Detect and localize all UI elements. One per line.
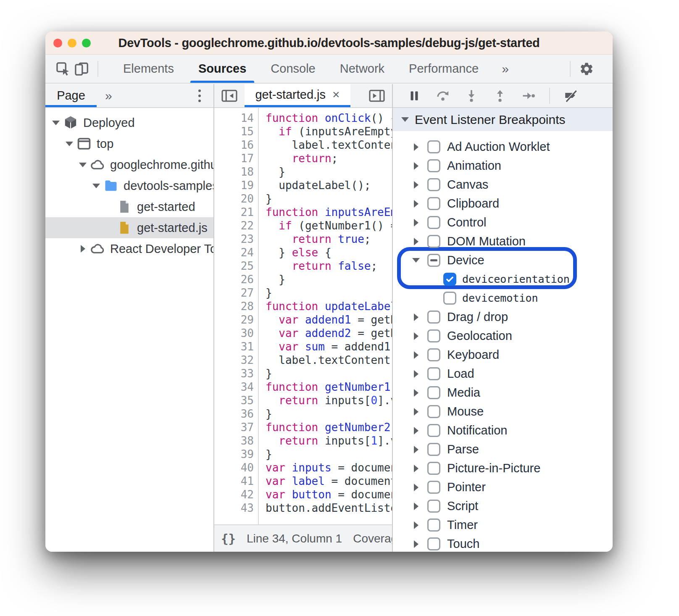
show-debugger-icon[interactable] — [362, 84, 392, 107]
checked-checkbox[interactable] — [443, 273, 456, 286]
line-number[interactable]: 16 — [214, 138, 254, 152]
code-line-23[interactable]: return true; — [266, 232, 392, 246]
unchecked-checkbox[interactable] — [427, 216, 440, 229]
step-icon[interactable] — [516, 87, 541, 105]
chevron-collapsed-icon[interactable] — [77, 245, 88, 253]
code-line-37[interactable]: function getNumber2() { — [266, 421, 392, 434]
chevron-collapsed-icon[interactable] — [411, 465, 421, 472]
hide-navigator-icon[interactable] — [214, 84, 245, 107]
code-line-33[interactable]: } — [266, 367, 392, 380]
unchecked-checkbox[interactable] — [427, 424, 440, 437]
code-line-19[interactable]: updateLabel(); — [266, 179, 392, 192]
tab-performance[interactable]: Performance — [397, 55, 491, 83]
coverage-status[interactable]: Coverage — [353, 532, 392, 545]
code-line-15[interactable]: if (inputsAreEmpty()) { — [266, 125, 392, 138]
code-line-42[interactable]: var button = document.querySelector( — [266, 488, 392, 501]
tree-item-googlechrome-github-io[interactable]: googlechrome.github.io — [45, 154, 213, 175]
breakpoint-row-geolocation[interactable]: Geolocation — [393, 326, 613, 345]
breakpoint-row-dom-mutation[interactable]: DOM Mutation — [393, 232, 613, 251]
line-number[interactable]: 28 — [214, 300, 254, 313]
tab-console[interactable]: Console — [258, 55, 327, 83]
breakpoint-row-deviceorientation[interactable]: deviceorientation — [393, 270, 613, 289]
code-line-16[interactable]: label.textContent = — [266, 138, 392, 152]
tree-item-devtools-samples[interactable]: devtools-samples — [45, 175, 213, 196]
code-line-24[interactable]: } else { — [266, 246, 392, 259]
code-line-43[interactable]: button.addEventListener('click' — [266, 501, 392, 515]
close-tab-icon[interactable]: × — [332, 87, 340, 102]
code-line-31[interactable]: var sum = addend1 + addend2; — [266, 340, 392, 353]
line-number[interactable]: 40 — [214, 461, 254, 474]
line-number[interactable]: 17 — [214, 152, 254, 165]
indeterminate-checkbox[interactable] — [427, 254, 440, 267]
chevron-collapsed-icon[interactable] — [411, 181, 421, 189]
unchecked-checkbox[interactable] — [427, 348, 440, 361]
chevron-collapsed-icon[interactable] — [411, 446, 421, 453]
line-number[interactable]: 14 — [214, 111, 254, 125]
line-number[interactable]: 33 — [214, 367, 254, 380]
unchecked-checkbox[interactable] — [427, 386, 440, 399]
chevron-collapsed-icon[interactable] — [411, 200, 421, 208]
chevron-collapsed-icon[interactable] — [411, 219, 421, 226]
code-line-40[interactable]: var inputs = document.querySelectorAll — [266, 461, 392, 474]
breakpoint-row-animation[interactable]: Animation — [393, 156, 613, 175]
line-number[interactable]: 20 — [214, 192, 254, 205]
line-number[interactable]: 26 — [214, 273, 254, 286]
chevron-collapsed-icon[interactable] — [411, 408, 421, 416]
breakpoint-row-touch[interactable]: Touch — [393, 534, 613, 552]
step-out-icon[interactable] — [488, 87, 512, 105]
code-line-36[interactable]: } — [266, 407, 392, 421]
line-number[interactable]: 24 — [214, 246, 254, 259]
device-toolbar-icon[interactable] — [72, 60, 91, 78]
chevron-expanded-icon[interactable] — [411, 258, 421, 263]
editor-tab-get-started-js[interactable]: get-started.js × — [245, 84, 350, 107]
breakpoint-row-device[interactable]: Device — [393, 251, 613, 270]
inspect-element-icon[interactable] — [54, 60, 72, 78]
zoom-window-button[interactable] — [82, 39, 91, 47]
code-line-34[interactable]: function getNumber1() { — [266, 380, 392, 394]
line-number[interactable]: 41 — [214, 474, 254, 488]
chevron-collapsed-icon[interactable] — [411, 351, 421, 359]
breakpoint-row-notification[interactable]: Notification — [393, 421, 613, 440]
code-line-18[interactable]: } — [266, 165, 392, 179]
chevron-collapsed-icon[interactable] — [411, 540, 421, 548]
unchecked-checkbox[interactable] — [427, 367, 440, 380]
breakpoint-row-ad-auction-worklet[interactable]: Ad Auction Worklet — [393, 137, 613, 156]
chevron-expanded-icon[interactable] — [64, 142, 75, 146]
tab-network[interactable]: Network — [328, 55, 397, 83]
code-line-32[interactable]: label.textContent = addend1 — [266, 353, 392, 367]
unchecked-checkbox[interactable] — [427, 197, 440, 210]
code-line-25[interactable]: return false; — [266, 259, 392, 273]
code-line-29[interactable]: var addend1 = getNumber1(); — [266, 313, 392, 326]
breakpoint-row-clipboard[interactable]: Clipboard — [393, 194, 613, 213]
line-number[interactable]: 39 — [214, 448, 254, 461]
breakpoint-row-parse[interactable]: Parse — [393, 440, 613, 459]
pretty-print-icon[interactable]: {} — [221, 532, 236, 546]
breakpoint-row-picture-in-picture[interactable]: Picture-in-Picture — [393, 459, 613, 478]
more-navigator-tabs-chevron[interactable]: » — [105, 89, 112, 103]
breakpoint-row-pointer[interactable]: Pointer — [393, 478, 613, 497]
tab-sources[interactable]: Sources — [186, 55, 258, 83]
line-number[interactable]: 42 — [214, 488, 254, 501]
unchecked-checkbox[interactable] — [427, 329, 440, 342]
breakpoint-row-script[interactable]: Script — [393, 497, 613, 516]
unchecked-checkbox[interactable] — [427, 500, 440, 513]
code-line-14[interactable]: function onClick() { — [266, 111, 392, 125]
unchecked-checkbox[interactable] — [427, 405, 440, 418]
code-line-38[interactable]: return inputs[1].value; — [266, 434, 392, 448]
code-line-20[interactable]: } — [266, 192, 392, 205]
more-panels-chevron[interactable]: » — [491, 62, 520, 76]
breakpoint-row-load[interactable]: Load — [393, 364, 613, 383]
chevron-collapsed-icon[interactable] — [411, 313, 421, 321]
step-over-icon[interactable] — [431, 87, 455, 105]
breakpoint-row-canvas[interactable]: Canvas — [393, 175, 613, 194]
line-number[interactable]: 15 — [214, 125, 254, 138]
close-window-button[interactable] — [53, 39, 62, 47]
pause-script-icon[interactable] — [402, 87, 426, 105]
code-line-27[interactable]: } — [266, 286, 392, 300]
chevron-collapsed-icon[interactable] — [411, 503, 421, 510]
deactivate-breakpoints-icon[interactable] — [558, 87, 583, 105]
line-number[interactable]: 19 — [214, 179, 254, 192]
code-line-41[interactable]: var label = document.querySelector( — [266, 474, 392, 488]
code-line-30[interactable]: var addend2 = getNumber2(); — [266, 326, 392, 340]
chevron-collapsed-icon[interactable] — [411, 389, 421, 397]
